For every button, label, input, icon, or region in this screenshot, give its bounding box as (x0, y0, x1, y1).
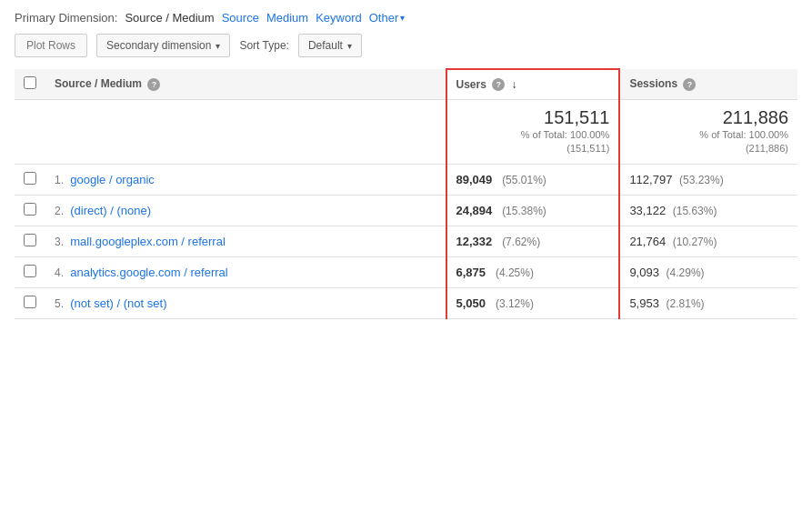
primary-dimension-bar: Primary Dimension: Source / Medium Sourc… (15, 11, 797, 25)
header-users: Users ? ↓ (446, 69, 620, 100)
active-dimension: Source / Medium (125, 11, 214, 25)
totals-sessions-main: 211,886 (629, 107, 788, 128)
users-pct: (15.38%) (502, 205, 546, 217)
source-medium-link[interactable]: analytics.google.com / referral (67, 266, 228, 279)
sessions-pct: (2.81%) (667, 297, 705, 310)
sort-default-button[interactable]: Default ▾ (298, 34, 362, 57)
row-sessions-cell: 9,093 (4.29%) (619, 256, 797, 287)
users-pct: (4.25%) (496, 266, 534, 279)
source-medium-link[interactable]: (direct) / (none) (67, 204, 151, 217)
row-checkbox[interactable] (24, 234, 36, 246)
source-medium-link[interactable]: google / organic (67, 173, 155, 186)
header-sessions: Sessions ? (619, 69, 797, 100)
row-checkbox-cell (15, 287, 45, 318)
primary-dimension-label: Primary Dimension: (15, 11, 117, 25)
users-value: 24,894 (456, 204, 493, 217)
other-dropdown[interactable]: Other ▾ (369, 11, 406, 25)
row-checkbox-cell (15, 195, 45, 226)
table-row: 3. mall.googleplex.com / referral 12,332… (15, 226, 797, 256)
row-number: 1. (55, 174, 64, 186)
sessions-value: 9,093 (629, 266, 659, 279)
table-row: 4. analytics.google.com / referral 6,875… (15, 256, 797, 287)
row-sessions-cell: 21,764 (10.27%) (619, 226, 797, 256)
sessions-value: 5,953 (629, 296, 659, 310)
users-help-icon[interactable]: ? (492, 78, 505, 91)
plot-rows-button[interactable]: Plot Rows (15, 34, 87, 57)
users-pct: (7.62%) (502, 236, 540, 248)
sessions-pct: (4.29%) (667, 266, 705, 279)
row-users-cell: 6,875 (4.25%) (446, 256, 620, 287)
source-medium-help-icon[interactable]: ? (147, 78, 160, 91)
users-value: 12,332 (456, 235, 493, 248)
sort-default-label: Default (308, 39, 343, 52)
users-pct: (55.01%) (502, 174, 546, 186)
chevron-down-icon: ▾ (347, 41, 352, 51)
row-number: 5. (55, 297, 64, 310)
secondary-dimension-label: Secondary dimension (106, 39, 211, 52)
other-label: Other (369, 11, 399, 25)
row-source-medium: 5. (not set) / (not set) (45, 287, 446, 318)
sort-arrow-icon[interactable]: ↓ (512, 78, 517, 91)
chevron-down-icon: ▾ (216, 41, 220, 51)
totals-row: 151,511 % of Total: 100.00%(151,511) 211… (15, 100, 797, 165)
select-all-checkbox[interactable] (24, 76, 36, 89)
keyword-link[interactable]: Keyword (316, 11, 362, 25)
sessions-value: 33,122 (629, 204, 666, 217)
table-row: 1. google / organic 89,049 (55.01%) 112,… (15, 164, 797, 195)
row-checkbox-cell (15, 226, 45, 256)
sessions-pct: (15.63%) (673, 205, 717, 217)
row-number: 2. (55, 205, 64, 217)
row-sessions-cell: 33,122 (15.63%) (619, 195, 797, 226)
row-users-cell: 5,050 (3.12%) (446, 287, 620, 318)
row-users-cell: 89,049 (55.01%) (446, 164, 620, 195)
row-source-medium: 1. google / organic (45, 164, 446, 195)
table-row: 2. (direct) / (none) 24,894 (15.38%) 33,… (15, 195, 797, 226)
row-sessions-cell: 5,953 (2.81%) (619, 287, 797, 318)
row-number: 4. (55, 266, 64, 279)
totals-users-sub: % of Total: 100.00%(151,511) (456, 128, 610, 156)
secondary-dimension-button[interactable]: Secondary dimension ▾ (96, 34, 230, 57)
users-value: 89,049 (456, 173, 493, 186)
source-link[interactable]: Source (222, 11, 259, 25)
users-value: 6,875 (456, 266, 486, 279)
totals-sessions-sub: % of Total: 100.00%(211,886) (629, 128, 788, 156)
row-source-medium: 2. (direct) / (none) (45, 195, 446, 226)
data-table: Source / Medium ? Users ? ↓ Sessions ? 1… (15, 68, 797, 319)
row-users-cell: 24,894 (15.38%) (446, 195, 620, 226)
header-checkbox-cell (15, 69, 45, 100)
users-value: 5,050 (456, 296, 486, 310)
medium-link[interactable]: Medium (266, 11, 308, 25)
header-source-medium: Source / Medium ? (45, 69, 446, 100)
sessions-pct: (53.23%) (679, 174, 724, 186)
totals-users-cell: 151,511 % of Total: 100.00%(151,511) (446, 100, 620, 165)
row-checkbox-cell (15, 164, 45, 195)
row-sessions-cell: 112,797 (53.23%) (619, 164, 797, 195)
table-header-row: Source / Medium ? Users ? ↓ Sessions ? (15, 69, 797, 100)
row-checkbox[interactable] (24, 265, 36, 277)
row-source-medium: 4. analytics.google.com / referral (45, 256, 446, 287)
totals-sessions-cell: 211,886 % of Total: 100.00%(211,886) (619, 100, 797, 165)
table-row: 5. (not set) / (not set) 5,050 (3.12%) 5… (15, 287, 797, 318)
sessions-value: 21,764 (629, 235, 666, 248)
row-checkbox-cell (15, 256, 45, 287)
totals-checkbox-cell (15, 100, 45, 165)
toolbar: Plot Rows Secondary dimension ▾ Sort Typ… (15, 34, 797, 57)
row-checkbox[interactable] (24, 172, 36, 185)
sessions-value: 112,797 (629, 173, 672, 186)
row-number: 3. (55, 236, 64, 248)
sort-type-label: Sort Type: (239, 39, 288, 52)
row-source-medium: 3. mall.googleplex.com / referral (45, 226, 446, 256)
source-medium-link[interactable]: (not set) / (not set) (67, 296, 167, 310)
totals-users-main: 151,511 (456, 107, 610, 128)
row-checkbox[interactable] (24, 296, 36, 308)
sessions-help-icon[interactable]: ? (683, 78, 696, 91)
chevron-down-icon: ▾ (400, 13, 405, 23)
row-users-cell: 12,332 (7.62%) (446, 226, 620, 256)
users-pct: (3.12%) (496, 297, 534, 310)
row-checkbox[interactable] (24, 203, 36, 216)
source-medium-link[interactable]: mall.googleplex.com / referral (67, 235, 226, 248)
totals-source-cell (45, 100, 446, 165)
sessions-pct: (10.27%) (673, 236, 717, 248)
